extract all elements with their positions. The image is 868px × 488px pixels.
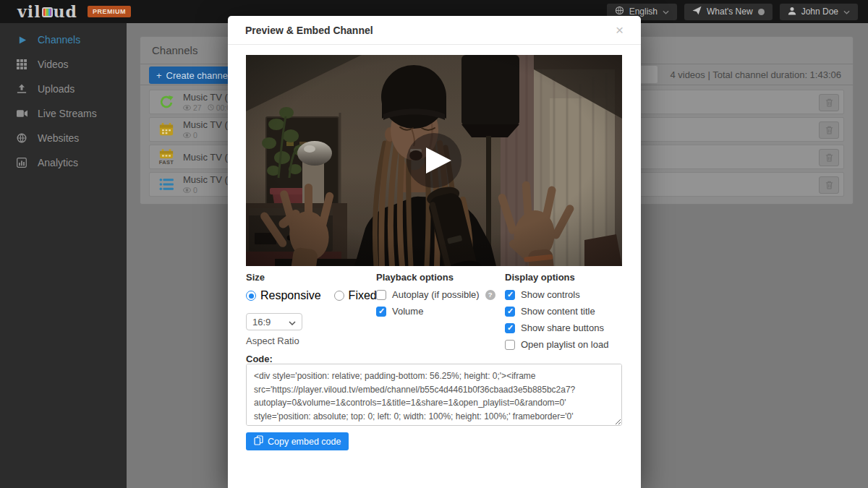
eye-icon	[183, 103, 191, 112]
close-icon[interactable]: ×	[616, 23, 624, 37]
calendar-icon	[156, 122, 177, 137]
show-controls-option[interactable]: Show controls	[505, 289, 624, 300]
delete-channel-button[interactable]	[819, 121, 839, 139]
sidebar-item-label: Live Streams	[38, 108, 97, 119]
logo-text-right: ud	[54, 4, 77, 20]
delete-channel-button[interactable]	[819, 149, 839, 166]
create-channel-label: Create channel	[166, 70, 230, 81]
checkbox-icon[interactable]	[505, 307, 515, 317]
size-radio-group: Responsive Fixed	[246, 289, 376, 302]
help-icon[interactable]: ?	[485, 290, 495, 300]
user-name-label: John Doe	[801, 7, 838, 17]
whats-new-button[interactable]: What's New	[684, 4, 773, 20]
copy-button-label: Copy embed code	[268, 437, 341, 447]
radio-icon[interactable]	[246, 291, 256, 301]
chevron-down-icon	[843, 7, 850, 17]
loop-icon	[156, 94, 177, 110]
playlist-icon	[156, 178, 177, 191]
sidebar-item-channels[interactable]: Channels	[0, 27, 127, 52]
user-menu-button[interactable]: John Doe	[780, 4, 858, 20]
radio-icon[interactable]	[334, 291, 344, 301]
size-section: Size Responsive Fixed 16:9 Aspect Ratio	[246, 272, 376, 346]
checkbox-icon[interactable]	[376, 307, 386, 317]
language-label: English	[629, 7, 658, 17]
modal-title: Preview & Embed Channel	[245, 25, 373, 36]
volume-label: Volume	[392, 306, 423, 317]
topbar-actions: English What's New John Doe	[607, 4, 858, 20]
play-button[interactable]	[407, 133, 461, 188]
eye-icon	[183, 131, 191, 140]
chevron-down-icon	[289, 317, 296, 328]
checkbox-icon[interactable]	[505, 290, 515, 300]
sidebar-item-videos[interactable]: Videos	[0, 52, 127, 77]
modal-header: Preview & Embed Channel ×	[228, 16, 641, 45]
video-camera-icon	[16, 109, 27, 118]
sidebar-item-label: Videos	[38, 59, 69, 70]
logo-text-left: vil	[17, 4, 41, 20]
responsive-label: Responsive	[260, 289, 321, 302]
aspect-ratio-select[interactable]: 16:9	[246, 313, 302, 330]
fixed-label: Fixed	[349, 289, 377, 302]
open-playlist-option[interactable]: Open playlist on load	[505, 339, 624, 350]
chevron-down-icon	[663, 7, 669, 17]
channel-summary: 4 videos | Total channel duration: 1:43:…	[670, 69, 841, 80]
views-stat: 0	[183, 186, 197, 194]
globe-icon	[16, 133, 27, 143]
volume-option[interactable]: Volume	[376, 306, 505, 317]
delete-channel-button[interactable]	[819, 94, 839, 111]
app-root: vil ud PREMIUM English What's New	[0, 0, 868, 488]
upload-icon	[16, 84, 27, 94]
display-heading: Display options	[505, 272, 624, 283]
size-heading: Size	[246, 272, 376, 283]
aspect-ratio-value: 16:9	[252, 317, 271, 328]
playback-options-section: Playback options Autoplay (if possible) …	[376, 272, 505, 322]
fixed-radio[interactable]: Fixed	[334, 289, 377, 302]
views-stat: 27	[183, 103, 202, 112]
responsive-radio[interactable]: Responsive	[246, 289, 321, 302]
show-content-title-option[interactable]: Show content title	[505, 306, 624, 317]
playback-heading: Playback options	[376, 272, 505, 283]
show-share-buttons-label: Show share buttons	[521, 322, 604, 333]
checkbox-icon[interactable]	[376, 290, 386, 300]
viloud-logo[interactable]: vil ud	[17, 4, 77, 20]
notification-dot-icon	[758, 9, 765, 15]
preview-embed-modal: Preview & Embed Channel ×	[228, 16, 641, 488]
premium-badge: PREMIUM	[88, 6, 131, 17]
sidebar-item-label: Websites	[38, 132, 79, 144]
play-icon	[16, 35, 27, 45]
copy-embed-code-button[interactable]: Copy embed code	[246, 432, 349, 450]
views-count: 27	[193, 103, 202, 112]
views-count: 0	[193, 131, 197, 140]
sidebar-item-label: Channels	[38, 34, 80, 46]
autoplay-label: Autoplay (if possible)	[392, 289, 480, 300]
sidebar-item-label: Analytics	[38, 157, 78, 168]
display-options-section: Display options Show controls Show conte…	[505, 272, 624, 356]
eye-icon	[183, 186, 191, 194]
autoplay-option[interactable]: Autoplay (if possible) ?	[376, 289, 505, 300]
clock-icon	[208, 103, 214, 112]
show-content-title-label: Show content title	[521, 306, 595, 317]
aspect-ratio-label: Aspect Ratio	[246, 335, 376, 346]
checkbox-icon[interactable]	[505, 323, 515, 333]
video-still	[246, 55, 622, 266]
paper-plane-icon	[692, 6, 702, 17]
open-playlist-label: Open playlist on load	[521, 339, 608, 350]
code-label: Code:	[246, 354, 273, 364]
sidebar-item-analytics[interactable]: Analytics	[0, 150, 127, 175]
plus-icon: +	[156, 70, 162, 81]
sidebar-item-uploads[interactable]: Uploads	[0, 77, 127, 101]
person-icon	[788, 7, 796, 17]
checkbox-icon[interactable]	[505, 340, 515, 350]
fast-calendar-icon: FAST	[156, 149, 177, 166]
views-count: 0	[193, 186, 197, 194]
whats-new-label: What's New	[707, 7, 753, 17]
embed-code-textarea[interactable]: <div style='position: relative; padding-…	[246, 364, 622, 426]
video-preview	[246, 55, 622, 266]
delete-channel-button[interactable]	[819, 176, 839, 194]
show-controls-label: Show controls	[521, 289, 580, 300]
sidebar-item-live-streams[interactable]: Live Streams	[0, 101, 127, 126]
show-share-buttons-option[interactable]: Show share buttons	[505, 322, 624, 333]
sidebar-item-websites[interactable]: Websites	[0, 126, 127, 150]
grid-icon	[16, 59, 27, 69]
copy-icon	[254, 435, 263, 448]
